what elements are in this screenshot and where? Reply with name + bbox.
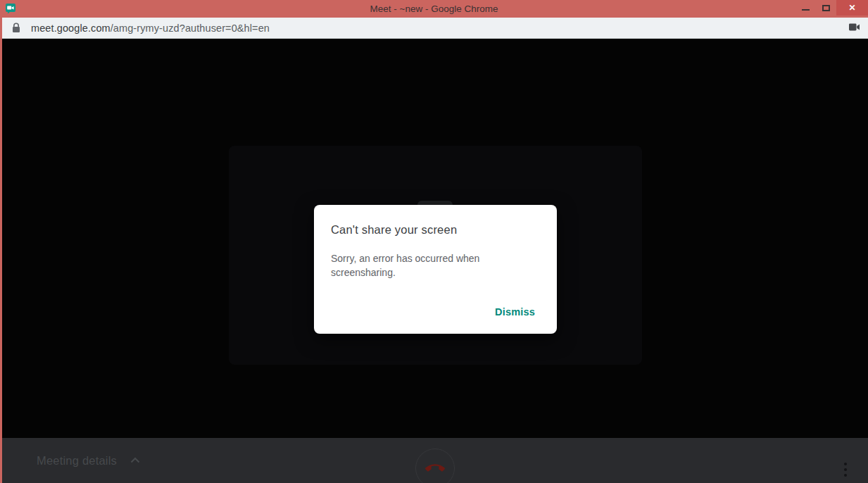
minimize-icon (802, 9, 810, 11)
url-path: /amg-rymy-uzd?authuser=0&hl=en (111, 23, 270, 34)
url-domain: meet.google.com (31, 23, 111, 34)
dialog-body: Sorry, an error has occurred when screen… (331, 251, 500, 280)
more-options-button[interactable] (841, 460, 850, 479)
window-title: Meet - ~new - Google Chrome (0, 0, 868, 18)
maximize-icon (822, 5, 830, 11)
call-end-icon (425, 458, 445, 478)
meeting-details-label: Meeting details (37, 454, 117, 468)
kebab-icon (844, 463, 847, 465)
minimize-button[interactable] (795, 0, 816, 15)
titlebar: Meet - ~new - Google Chrome ✕ (0, 0, 868, 18)
dismiss-button[interactable]: Dismiss (495, 306, 535, 318)
url-text[interactable]: meet.google.com/amg-rymy-uzd?authuser=0&… (31, 23, 270, 34)
close-button[interactable]: ✕ (836, 0, 868, 15)
window-controls: ✕ (795, 0, 868, 18)
chevron-up-icon (128, 453, 142, 468)
close-icon: ✕ (848, 3, 855, 13)
lock-icon[interactable] (12, 23, 20, 33)
error-dialog: Can't share your screen Sorry, an error … (314, 205, 557, 334)
url-bar[interactable]: meet.google.com/amg-rymy-uzd?authuser=0&… (0, 18, 868, 39)
meet-page: Can't share your screen Sorry, an error … (0, 39, 868, 483)
window-frame-left (0, 18, 2, 483)
maximize-button[interactable] (816, 0, 836, 15)
meeting-details-button[interactable]: Meeting details (37, 438, 142, 483)
camera-in-use-icon[interactable] (848, 23, 860, 32)
browser-window: Meet - ~new - Google Chrome ✕ meet.googl… (0, 0, 868, 483)
bottom-bar: Meeting details (0, 438, 868, 483)
leave-call-button[interactable] (415, 448, 455, 483)
dialog-title: Can't share your screen (331, 223, 540, 237)
